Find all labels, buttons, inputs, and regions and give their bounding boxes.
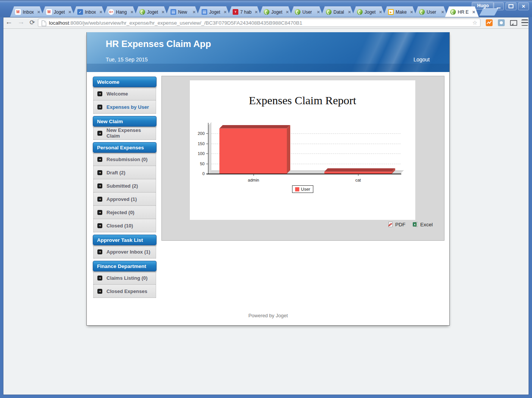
browser-tab-7-hab[interactable]: T7 hab× bbox=[227, 6, 261, 17]
browser-window: MInbox×MJoget×✓Inbox×G+Hang×Joget×New×Jo… bbox=[0, 0, 532, 398]
browser-tab-user[interactable]: User× bbox=[289, 6, 324, 17]
tab-title: Make bbox=[396, 9, 407, 15]
window-controls: ✕ bbox=[493, 2, 529, 10]
current-date: Tue, 15 Sep 2015 bbox=[106, 56, 148, 63]
maximize-button[interactable] bbox=[505, 2, 516, 10]
tab-close-icon[interactable]: × bbox=[192, 9, 196, 14]
url-path: :8080/jw/web/userview/hr_expense/hr_expe… bbox=[69, 20, 302, 26]
y-axis-tick-label: 150 bbox=[192, 141, 205, 146]
tab-title: HR E bbox=[458, 9, 469, 15]
browser-tab-joget[interactable]: Joget× bbox=[196, 6, 230, 17]
tab-close-icon[interactable]: × bbox=[224, 9, 227, 14]
tab-close-icon[interactable]: × bbox=[348, 9, 351, 14]
sidebar-menu: WelcomeWelcomeExpenses by UserNew ClaimN… bbox=[93, 77, 156, 300]
sidebar-category-items: WelcomeExpenses by User bbox=[93, 87, 156, 114]
sidebar-category-new-claim: New ClaimNew Expenses Claim bbox=[93, 116, 156, 140]
sidebar-item-label: Draft (2) bbox=[106, 170, 125, 175]
browser-tab-inbox[interactable]: MInbox× bbox=[10, 6, 44, 17]
tab-close-icon[interactable]: × bbox=[255, 9, 258, 14]
close-button[interactable]: ✕ bbox=[518, 2, 529, 10]
sidebar-item-label: Submitted (2) bbox=[106, 183, 138, 189]
cast-extension-icon[interactable] bbox=[510, 19, 517, 26]
sidebar-item-new-expenses-claim[interactable]: New Expenses Claim bbox=[94, 127, 156, 140]
sidebar-category-items: New Expenses Claim bbox=[93, 127, 156, 140]
sidebar-item-label: Approved (1) bbox=[106, 196, 137, 202]
sidebar-item-resubmission-0[interactable]: Resubmission (0) bbox=[94, 153, 156, 166]
sidebar-item-approver-inbox-1[interactable]: Approver Inbox (1) bbox=[94, 245, 156, 259]
logout-link[interactable]: Logout bbox=[413, 56, 430, 63]
camera-extension-icon[interactable] bbox=[498, 19, 505, 26]
minimize-icon bbox=[497, 8, 501, 8]
tab-close-icon[interactable]: × bbox=[37, 9, 40, 14]
forward-button[interactable]: → bbox=[17, 18, 25, 26]
tab-close-icon[interactable]: × bbox=[99, 9, 102, 14]
browser-tab-inbox[interactable]: ✓Inbox× bbox=[72, 6, 106, 17]
tab-close-icon[interactable]: × bbox=[68, 9, 71, 14]
sidebar-item-submitted-2[interactable]: Submitted (2) bbox=[94, 179, 156, 193]
doc-favicon bbox=[171, 9, 176, 15]
sidebar-item-label: Claims Listing (0) bbox=[106, 275, 147, 281]
bookmark-star-icon[interactable]: ☆ bbox=[473, 19, 477, 26]
tab-close-icon[interactable]: × bbox=[472, 9, 475, 14]
browser-tab-new[interactable]: New× bbox=[165, 6, 199, 17]
sidebar-item-claims-listing-0[interactable]: Claims Listing (0) bbox=[94, 271, 156, 285]
close-icon: ✕ bbox=[521, 4, 525, 9]
analytics-extension-icon[interactable] bbox=[486, 19, 493, 26]
sidebar-category-personal-expenses: Personal ExpensesResubmission (0)Draft (… bbox=[93, 142, 156, 232]
pdf-export-link[interactable]: PDF bbox=[395, 222, 405, 227]
sidebar-item-welcome[interactable]: Welcome bbox=[94, 87, 156, 100]
excel-export-link[interactable]: Excel bbox=[420, 222, 433, 227]
gmail-favicon: M bbox=[46, 9, 52, 15]
arrow-icon bbox=[97, 210, 102, 215]
pdf-icon bbox=[387, 221, 393, 227]
x-axis-tick bbox=[358, 174, 358, 176]
tab-close-icon[interactable]: × bbox=[410, 9, 413, 14]
sidebar-category-approver-task-list: Approver Task ListApprover Inbox (1) bbox=[93, 235, 156, 259]
tab-close-icon[interactable]: × bbox=[441, 9, 444, 14]
arrow-icon bbox=[97, 183, 102, 188]
tab-close-icon[interactable]: × bbox=[130, 9, 133, 14]
sidebar-category-items: Approver Inbox (1) bbox=[93, 245, 156, 259]
menu-icon[interactable] bbox=[521, 19, 528, 26]
sidebar-item-label: Welcome bbox=[106, 91, 128, 97]
back-button[interactable]: ← bbox=[5, 18, 13, 26]
tab-close-icon[interactable]: × bbox=[379, 9, 382, 14]
sidebar-item-approved-1[interactable]: Approved (1) bbox=[94, 193, 156, 206]
tab-close-icon[interactable]: × bbox=[317, 9, 320, 14]
arrow-icon bbox=[97, 170, 102, 175]
joget-favicon bbox=[139, 9, 145, 15]
tab-title: Joget bbox=[54, 9, 65, 15]
joget-favicon bbox=[419, 9, 425, 15]
sidebar-item-closed-10[interactable]: Closed (10) bbox=[94, 219, 156, 232]
tab-title: Hang bbox=[116, 9, 127, 15]
url-host: localhost bbox=[49, 20, 69, 26]
y-axis-tick-label: 50 bbox=[192, 161, 205, 166]
browser-tab-user[interactable]: User× bbox=[414, 6, 448, 17]
address-bar[interactable]: localhost :8080/jw/web/userview/hr_expen… bbox=[38, 19, 480, 27]
tab-close-icon[interactable]: × bbox=[286, 9, 289, 14]
sidebar-category-items: Resubmission (0)Draft (2)Submitted (2)Ap… bbox=[93, 153, 156, 232]
sidebar-item-draft-2[interactable]: Draft (2) bbox=[94, 166, 156, 179]
sidebar-item-expenses-by-user[interactable]: Expenses by User bbox=[94, 100, 156, 114]
x-axis-tick bbox=[253, 174, 254, 176]
arrow-icon bbox=[97, 131, 102, 136]
tab-title: Joget bbox=[365, 9, 376, 15]
y-axis-tick-label: 0 bbox=[192, 171, 205, 176]
sidebar-category-items: Claims Listing (0)Closed Expenses bbox=[93, 271, 156, 298]
minimize-button[interactable] bbox=[493, 2, 504, 10]
reload-button[interactable]: ⟳ bbox=[30, 19, 35, 27]
arrow-icon bbox=[97, 91, 102, 96]
sidebar-item-rejected-0[interactable]: Rejected (0) bbox=[94, 206, 156, 219]
sidebar-item-closed-expenses[interactable]: Closed Expenses bbox=[94, 285, 156, 298]
browser-tab-joget[interactable]: Joget× bbox=[352, 6, 386, 17]
browser-tab-joget[interactable]: MJoget× bbox=[41, 6, 75, 17]
browser-tab-make[interactable]: ▸Make× bbox=[383, 6, 417, 17]
browser-tab-joget[interactable]: Joget× bbox=[134, 6, 168, 17]
browser-tab-joget[interactable]: Joget× bbox=[258, 6, 293, 17]
browser-tab-hr-e[interactable]: HR E× bbox=[445, 6, 479, 17]
sidebar-item-label: Closed Expenses bbox=[106, 288, 147, 294]
browser-tab-datal[interactable]: Datal× bbox=[321, 6, 355, 17]
bookmark-favicon: ✓ bbox=[77, 9, 83, 15]
tab-close-icon[interactable]: × bbox=[161, 9, 164, 14]
browser-tab-hang[interactable]: G+Hang× bbox=[103, 6, 137, 17]
